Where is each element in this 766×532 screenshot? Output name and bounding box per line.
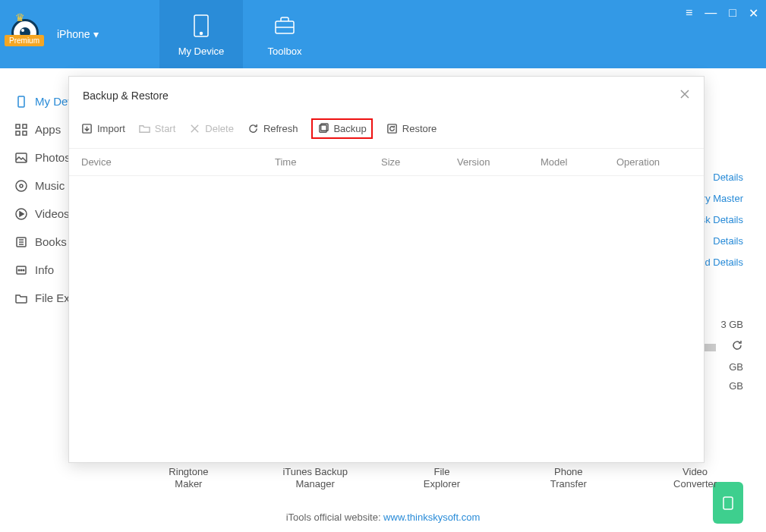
svg-point-10 bbox=[16, 181, 27, 191]
modal-toolbar: Import Start Delete Refresh Backup Resto… bbox=[69, 108, 704, 149]
brand-area: ♛ Premium iPhone ▾ bbox=[0, 0, 159, 68]
import-icon bbox=[81, 123, 93, 134]
storage-used: GB bbox=[729, 361, 743, 373]
tool-label-line2: Transfer bbox=[527, 478, 610, 490]
sidebar-item-label: Apps bbox=[35, 123, 61, 136]
svg-rect-25 bbox=[388, 124, 396, 133]
footer: iTools official website: www.thinkskysof… bbox=[0, 512, 766, 523]
tool-label-line1: File bbox=[400, 466, 484, 478]
modal-close-button[interactable] bbox=[679, 87, 690, 103]
footer-prefix: iTools official website: bbox=[286, 512, 383, 523]
col-model: Model bbox=[541, 156, 616, 168]
close-button[interactable]: ✕ bbox=[749, 6, 758, 20]
toolbox-icon bbox=[271, 12, 298, 39]
button-label: Import bbox=[97, 123, 125, 134]
button-label: Start bbox=[155, 123, 175, 134]
chevron-down-icon: ▾ bbox=[93, 28, 99, 40]
col-version: Version bbox=[457, 156, 541, 168]
header-nav: My Device Toolbox bbox=[159, 0, 326, 68]
svg-point-11 bbox=[20, 184, 23, 187]
svg-rect-8 bbox=[23, 131, 27, 135]
svg-point-20 bbox=[23, 269, 24, 271]
crown-icon: ♛ bbox=[15, 11, 25, 24]
tool-label-line2: Converter bbox=[654, 478, 737, 490]
restore-button[interactable]: Restore bbox=[386, 123, 437, 134]
import-button[interactable]: Import bbox=[81, 123, 125, 134]
sidebar-item-label: Videos bbox=[35, 207, 70, 220]
svg-point-1 bbox=[200, 32, 203, 34]
image-icon bbox=[15, 152, 27, 164]
toolbox-row: Ringtone Maker iTunes Backup Manager Fil… bbox=[125, 466, 758, 490]
nav-my-device[interactable]: My Device bbox=[159, 0, 243, 68]
backup-icon bbox=[317, 123, 329, 134]
modal-titlebar: Backup & Restore bbox=[69, 77, 704, 108]
app-header: ♛ Premium iPhone ▾ My Device Toolbox ≡ —… bbox=[0, 0, 766, 68]
col-device: Device bbox=[81, 156, 275, 168]
button-label: Delete bbox=[205, 123, 234, 134]
storage-free: GB bbox=[729, 380, 743, 392]
nav-toolbox[interactable]: Toolbox bbox=[243, 0, 326, 68]
info-icon bbox=[15, 264, 27, 276]
restore-icon bbox=[386, 123, 398, 134]
svg-rect-4 bbox=[18, 96, 24, 107]
tablet-icon bbox=[188, 12, 215, 39]
refresh-button[interactable]: Refresh bbox=[247, 123, 298, 134]
col-time: Time bbox=[275, 156, 381, 168]
delete-icon bbox=[189, 123, 200, 134]
refresh-icon[interactable] bbox=[731, 339, 743, 354]
device-select[interactable]: iPhone ▾ bbox=[57, 28, 99, 40]
menu-button[interactable]: ≡ bbox=[686, 6, 692, 20]
window-controls: ≡ — □ ✕ bbox=[686, 6, 758, 20]
button-label: Refresh bbox=[263, 123, 298, 134]
tool-video-converter[interactable]: Video Converter bbox=[654, 466, 737, 490]
refresh-icon bbox=[247, 123, 259, 134]
svg-rect-6 bbox=[23, 124, 27, 128]
svg-point-18 bbox=[18, 269, 20, 271]
tool-label-line1: Phone bbox=[527, 466, 610, 478]
delete-button: Delete bbox=[189, 123, 234, 134]
tool-label-line2: Explorer bbox=[400, 478, 484, 490]
tool-ringtone-maker[interactable]: Ringtone Maker bbox=[147, 466, 230, 490]
button-label: Backup bbox=[333, 123, 366, 134]
tool-label-line1: iTunes Backup bbox=[273, 466, 357, 478]
button-label: Restore bbox=[402, 123, 437, 134]
tool-itunes-backup-manager[interactable]: iTunes Backup Manager bbox=[273, 466, 357, 490]
footer-link[interactable]: www.thinkskysoft.com bbox=[383, 512, 480, 523]
tool-file-explorer[interactable]: File Explorer bbox=[400, 466, 484, 490]
premium-badge: Premium bbox=[5, 35, 44, 46]
disc-icon bbox=[15, 180, 27, 192]
tool-label-line2: Manager bbox=[273, 478, 357, 490]
tool-label-line1: Video bbox=[654, 466, 737, 478]
svg-rect-7 bbox=[16, 131, 20, 135]
nav-label: My Device bbox=[178, 46, 225, 57]
modal-title: Backup & Restore bbox=[83, 90, 169, 102]
folder-icon bbox=[139, 123, 150, 134]
sidebar-item-label: Music bbox=[35, 179, 65, 192]
sidebar-item-label: Info bbox=[35, 263, 54, 276]
sidebar-item-label: Photos bbox=[35, 151, 71, 164]
nav-label: Toolbox bbox=[268, 46, 302, 57]
tool-label-line1: Ringtone bbox=[147, 466, 230, 478]
start-button: Start bbox=[139, 123, 175, 134]
tool-label-line2: Maker bbox=[147, 478, 230, 490]
table-body-empty bbox=[69, 176, 704, 462]
device-icon bbox=[15, 96, 27, 108]
device-select-label: iPhone bbox=[57, 28, 90, 40]
book-icon bbox=[15, 236, 27, 248]
minimize-button[interactable]: — bbox=[705, 6, 717, 20]
play-icon bbox=[15, 208, 27, 220]
col-operation: Operation bbox=[616, 156, 692, 168]
grid-icon bbox=[15, 124, 27, 136]
maximize-button[interactable]: □ bbox=[729, 6, 736, 20]
col-size: Size bbox=[381, 156, 457, 168]
backup-button[interactable]: Backup bbox=[311, 118, 372, 139]
svg-rect-5 bbox=[16, 124, 20, 128]
folder-icon bbox=[15, 292, 27, 304]
svg-rect-21 bbox=[723, 497, 733, 509]
tool-phone-transfer[interactable]: Phone Transfer bbox=[527, 466, 610, 490]
table-header: Device Time Size Version Model Operation bbox=[69, 149, 704, 176]
svg-point-19 bbox=[20, 269, 22, 271]
sidebar-item-label: Books bbox=[35, 235, 67, 248]
storage-total: 3 GB bbox=[720, 319, 743, 330]
backup-restore-modal: Backup & Restore Import Start Delete Ref… bbox=[68, 76, 705, 463]
